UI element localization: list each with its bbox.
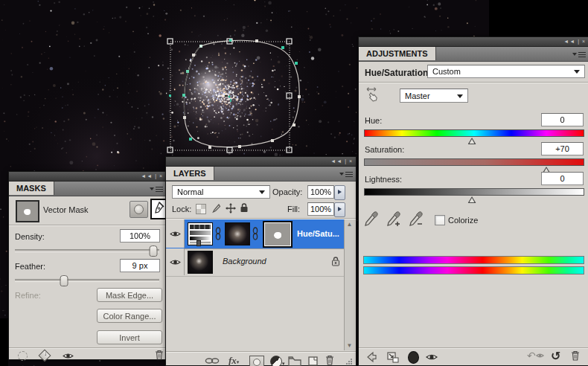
view-previous-state-icon[interactable]: ↶ <box>527 350 544 362</box>
path-anchor-points[interactable] <box>182 39 301 149</box>
panel-collapse-close-icons[interactable]: ◄◄ | × <box>563 38 586 45</box>
transform-center-point[interactable] <box>225 90 237 102</box>
divider <box>9 347 166 349</box>
lightness-gradient-bar[interactable] <box>364 188 584 196</box>
saturation-value[interactable]: +70 <box>541 142 584 155</box>
masks-panel-titlebar[interactable]: ◄◄ | × <box>9 172 166 182</box>
hue-gradient-bar[interactable] <box>364 129 584 137</box>
layer-row-background[interactable]: Background <box>166 248 344 277</box>
apply-mask-icon[interactable]: ↓ <box>39 350 51 362</box>
eye-icon[interactable] <box>170 258 181 266</box>
panel-menu-icon[interactable] <box>572 51 586 58</box>
delete-mask-trash-icon[interactable] <box>155 350 164 360</box>
reset-adjustment-icon[interactable]: ↺ <box>551 349 560 363</box>
delete-adjustment-trash-icon[interactable] <box>571 350 580 361</box>
masks-panel: ◄◄ | × MASKS Vector Mask Density: <box>8 171 167 360</box>
density-slider[interactable] <box>15 249 159 252</box>
layers-scrollbar[interactable]: ▲ ▼ <box>344 219 355 350</box>
feather-slider[interactable] <box>15 279 159 282</box>
link-icon[interactable] <box>215 227 221 240</box>
collapse-icon[interactable]: ◄◄ <box>563 39 575 44</box>
lightness-value[interactable]: 0 <box>541 172 584 185</box>
close-icon[interactable]: × <box>159 173 163 179</box>
density-slider-thumb[interactable] <box>150 245 158 257</box>
color-range-button[interactable]: Color Range... <box>97 309 162 323</box>
tab-layers[interactable]: LAYERS <box>166 167 214 180</box>
panel-collapse-close-icons[interactable]: ◄◄ | × <box>141 173 163 180</box>
add-layer-mask-icon[interactable] <box>249 356 264 366</box>
new-group-folder-icon[interactable] <box>288 356 301 366</box>
fill-spinner-button[interactable] <box>334 202 345 217</box>
eye-icon[interactable] <box>170 230 181 238</box>
new-adjustment-layer-icon[interactable] <box>270 356 282 366</box>
scroll-down-arrow[interactable]: ▼ <box>346 342 353 349</box>
transform-bounding-box[interactable] <box>167 39 292 152</box>
panel-collapse-close-icons[interactable]: ◄◄ | × <box>330 158 353 165</box>
toggle-visibility-eye-icon[interactable] <box>426 353 438 362</box>
background-layer-thumbnail[interactable] <box>188 251 213 274</box>
load-selection-from-mask-icon[interactable] <box>18 351 28 361</box>
close-icon[interactable]: × <box>582 39 586 44</box>
expanded-view-toggle-icon[interactable] <box>408 351 419 364</box>
fill-value[interactable]: 100% <box>307 202 334 216</box>
tab-adjustments[interactable]: ADJUSTMENTS <box>359 47 436 60</box>
colorize-checkbox[interactable] <box>435 215 445 225</box>
panel-menu-icon[interactable] <box>150 185 163 193</box>
channel-dropdown[interactable]: Master <box>400 89 468 103</box>
eyedropper-icon[interactable] <box>364 211 379 227</box>
blend-mode-dropdown[interactable]: Normal <box>172 185 270 199</box>
layer-row-hue-saturation[interactable]: Hue/Satu... <box>166 219 344 249</box>
layer-visibility-cell[interactable] <box>166 219 185 248</box>
vector-path[interactable] <box>184 40 299 147</box>
collapse-icon[interactable]: ◄◄ <box>330 158 342 164</box>
close-icon[interactable]: × <box>349 158 353 164</box>
invert-button[interactable]: Invert <box>97 330 162 344</box>
feather-slider-thumb[interactable] <box>60 275 68 286</box>
mask-edge-button[interactable]: Mask Edge... <box>97 288 162 302</box>
feather-value[interactable]: 9 px <box>120 259 160 272</box>
lock-pixels-brush-icon[interactable] <box>211 203 221 214</box>
adjustments-panel-titlebar[interactable]: ◄◄ | × <box>359 37 588 47</box>
layer-style-fx-icon[interactable]: fx▾ <box>229 355 239 366</box>
hue-slider-thumb[interactable] <box>468 138 476 144</box>
lock-all-padlock-icon[interactable] <box>240 202 249 213</box>
opacity-value[interactable]: 100% <box>307 185 334 199</box>
collapse-icon[interactable]: ◄◄ <box>141 173 153 179</box>
scroll-up-arrow[interactable]: ▲ <box>346 221 353 228</box>
subtract-from-sample-eyedropper-icon[interactable] <box>409 211 425 228</box>
panel-menu-icon[interactable] <box>339 170 353 178</box>
density-value[interactable]: 100% <box>120 229 160 243</box>
lock-position-move-icon[interactable] <box>226 203 236 214</box>
tab-masks[interactable]: MASKS <box>9 182 54 195</box>
background-lock-icon <box>331 256 340 266</box>
targeted-adjustment-tool-icon[interactable] <box>365 86 381 104</box>
clip-to-layer-icon[interactable] <box>386 351 400 364</box>
add-to-sample-eyedropper-icon[interactable] <box>386 211 403 228</box>
return-to-adjustment-list-arrow-icon[interactable] <box>365 351 377 363</box>
lock-transparency-icon[interactable] <box>196 204 206 214</box>
disable-mask-eye-icon[interactable] <box>63 352 74 360</box>
delete-layer-trash-icon[interactable] <box>325 355 334 365</box>
preset-dropdown[interactable]: Custom <box>427 65 585 78</box>
layer-list: Hue/Satu... Background <box>166 219 354 350</box>
opacity-label: Opacity: <box>272 187 302 196</box>
previous-state-arrow: ↶ <box>527 350 536 362</box>
lightness-slider-thumb[interactable] <box>468 196 476 203</box>
layer-visibility-cell[interactable] <box>166 248 185 275</box>
layers-panel-titlebar[interactable]: ◄◄ | × <box>166 157 356 167</box>
vector-mask-thumbnail-selected[interactable] <box>263 221 293 248</box>
adjustment-layer-thumbnail[interactable] <box>188 222 213 245</box>
link-icon[interactable] <box>252 227 258 240</box>
hue-value[interactable]: 0 <box>541 113 584 126</box>
vector-mask-thumbnail[interactable] <box>16 200 39 222</box>
panel-resize-grip[interactable] <box>345 358 353 365</box>
layer-name[interactable]: Background <box>223 257 266 266</box>
pixel-mask-thumbnail[interactable] <box>225 222 250 245</box>
link-layers-icon[interactable] <box>205 357 220 365</box>
new-layer-icon[interactable] <box>307 356 319 366</box>
transform-handles[interactable] <box>167 39 292 152</box>
opacity-spinner-button[interactable] <box>334 185 345 200</box>
layer-name[interactable]: Hue/Satu... <box>297 229 339 238</box>
saturation-gradient-bar[interactable] <box>364 158 584 166</box>
add-pixel-mask-button[interactable] <box>130 201 148 218</box>
